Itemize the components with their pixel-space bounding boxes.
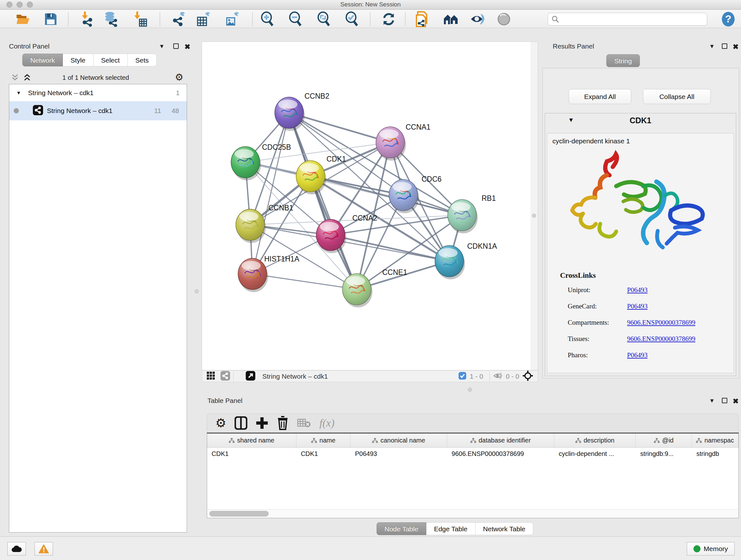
- import-network-from-database-icon[interactable]: [103, 12, 120, 26]
- tab-edge-table[interactable]: Edge Table: [426, 522, 475, 535]
- table-panel-maximize-icon[interactable]: [722, 398, 727, 403]
- node-RB1[interactable]: [448, 199, 478, 233]
- collection-expand-caret[interactable]: ▼: [16, 90, 21, 96]
- crosslink-link[interactable]: 9606.ENSP00000378699: [627, 335, 695, 343]
- column-header-name[interactable]: name: [296, 434, 351, 447]
- node-label-RB1: RB1: [482, 194, 496, 202]
- node-HIST1H1A[interactable]: [238, 258, 268, 292]
- delete-column-icon[interactable]: [277, 416, 289, 430]
- network-options-gear-icon[interactable]: ⚙: [175, 71, 184, 83]
- canvas-splitter-handle[interactable]: [532, 213, 536, 218]
- node-CDKN1A[interactable]: [435, 246, 465, 279]
- zoom-in-icon[interactable]: [259, 12, 276, 26]
- column-header-canonical-name[interactable]: canonical name: [350, 434, 447, 447]
- table-horizontal-scrollbar[interactable]: [207, 509, 738, 517]
- clone-network-icon[interactable]: [414, 12, 430, 26]
- node-CCNA1[interactable]: [376, 127, 406, 161]
- edge-CCNB2-HIST1H1A[interactable]: [253, 113, 289, 274]
- detach-view-icon[interactable]: [246, 371, 255, 382]
- table-cell[interactable]: stringdb: [692, 448, 738, 460]
- column-header-namespac[interactable]: namespac: [692, 434, 738, 447]
- add-column-icon[interactable]: [256, 416, 268, 430]
- export-table-icon[interactable]: [195, 12, 212, 26]
- open-file-icon[interactable]: [15, 12, 31, 26]
- tab-node-table[interactable]: Node Table: [377, 522, 426, 535]
- table-cell[interactable]: CDK1: [296, 448, 351, 460]
- hide-selected-icon[interactable]: [469, 12, 486, 26]
- network-overview-icon[interactable]: [220, 371, 230, 382]
- expand-all-button[interactable]: Expand All: [569, 89, 631, 104]
- function-builder-icon[interactable]: f(x): [320, 417, 334, 429]
- memory-button[interactable]: Memory: [687, 542, 735, 556]
- results-panel-float-icon[interactable]: ▼: [709, 43, 715, 50]
- column-label: shared name: [237, 437, 274, 444]
- export-network-icon[interactable]: [170, 12, 187, 26]
- import-table-icon[interactable]: [131, 12, 148, 26]
- table-panel-close-icon[interactable]: ✖: [733, 397, 738, 406]
- node-CCNB1[interactable]: [236, 209, 266, 243]
- edge-HIST1H1A-CCNE1[interactable]: [253, 274, 357, 289]
- node-CCNE1[interactable]: [342, 273, 373, 307]
- column-header--id[interactable]: @id: [636, 434, 692, 447]
- warning-status-button[interactable]: [35, 542, 53, 556]
- table-cell[interactable]: stringdb:9...: [636, 448, 692, 460]
- left-splitter-handle[interactable]: [195, 289, 199, 294]
- refresh-layout-icon[interactable]: [381, 12, 397, 26]
- crosslink-link[interactable]: P06493: [627, 302, 648, 310]
- column-header-shared-name[interactable]: shared name: [207, 434, 296, 447]
- node-CDC6[interactable]: [389, 179, 419, 213]
- save-session-icon[interactable]: [43, 12, 59, 26]
- column-label: @id: [662, 437, 674, 444]
- tab-string[interactable]: String: [606, 54, 640, 67]
- tab-network[interactable]: Network: [22, 54, 63, 66]
- node-CDC25B[interactable]: [231, 146, 261, 180]
- crosslink-link[interactable]: 9606.ENSP00000378699: [627, 319, 695, 327]
- results-panel-maximize-icon[interactable]: [722, 44, 727, 49]
- tab-network-table[interactable]: Network Table: [475, 522, 534, 535]
- zoom-fit-icon[interactable]: [316, 12, 332, 26]
- table-cell[interactable]: 9606.ENSP00000378699: [447, 448, 554, 460]
- results-panel-close-icon[interactable]: ✖: [733, 43, 738, 51]
- show-all-icon[interactable]: [496, 12, 513, 26]
- grid-view-icon[interactable]: [206, 371, 215, 381]
- control-panel-maximize-icon[interactable]: [173, 44, 179, 49]
- node-CCNB2[interactable]: [275, 97, 305, 131]
- column-header-description[interactable]: description: [554, 434, 636, 447]
- table-panel-float-icon[interactable]: ▼: [709, 397, 715, 404]
- first-neighbors-icon[interactable]: [443, 12, 459, 26]
- hidden-eye-icon[interactable]: [493, 372, 502, 381]
- zoom-selected-icon[interactable]: [344, 12, 360, 26]
- network-row-selected[interactable]: String Network – cdk1 11 48: [9, 101, 187, 120]
- column-header-database-identifier[interactable]: database identifier: [447, 434, 554, 447]
- horizontal-splitter-handle[interactable]: [468, 388, 472, 392]
- scrollbar-thumb[interactable]: [209, 511, 269, 516]
- collapse-all-button[interactable]: Collapse All: [643, 89, 711, 104]
- tab-select[interactable]: Select: [93, 54, 128, 66]
- import-network-icon[interactable]: [79, 12, 96, 26]
- table-cell[interactable]: CDK1: [207, 448, 296, 460]
- search-input[interactable]: [548, 13, 707, 25]
- node-CDK1[interactable]: [296, 161, 326, 194]
- cloud-status-button[interactable]: [7, 542, 26, 556]
- control-panel-close-icon[interactable]: ✖: [185, 43, 190, 51]
- tab-sets[interactable]: Sets: [128, 54, 157, 66]
- control-panel-float-icon[interactable]: ▼: [159, 43, 165, 50]
- clear-table-icon[interactable]: [297, 418, 311, 428]
- zoom-out-icon[interactable]: [287, 12, 304, 26]
- crosslink-link[interactable]: P06493: [627, 351, 648, 359]
- tab-style[interactable]: Style: [63, 54, 93, 66]
- table-cell[interactable]: cyclin-dependent ...: [554, 448, 636, 460]
- table-options-gear-icon[interactable]: ⚙: [215, 416, 226, 430]
- help-icon[interactable]: ?: [720, 12, 737, 26]
- node-label-CCNB2: CCNB2: [305, 92, 329, 100]
- export-image-icon[interactable]: [224, 12, 241, 26]
- show-columns-icon[interactable]: [234, 416, 247, 430]
- selected-nodes-checkbox-icon[interactable]: [458, 372, 467, 381]
- crosslink-link[interactable]: P06493: [627, 286, 648, 294]
- edge-CCNA2-CDKN1A[interactable]: [331, 235, 449, 261]
- birdseye-crosshair-icon[interactable]: [522, 370, 533, 382]
- network-canvas[interactable]: CCNB2CCNA1CDC25BCDK1CDC6RB1CCNB1CCNA2CDK…: [202, 42, 538, 370]
- table-cell[interactable]: P06493: [350, 448, 447, 460]
- table-row[interactable]: CDK1CDK1P064939606.ENSP00000378699cyclin…: [207, 448, 738, 460]
- network-collection-row[interactable]: ▼ String Network – cdk1 1: [9, 84, 187, 101]
